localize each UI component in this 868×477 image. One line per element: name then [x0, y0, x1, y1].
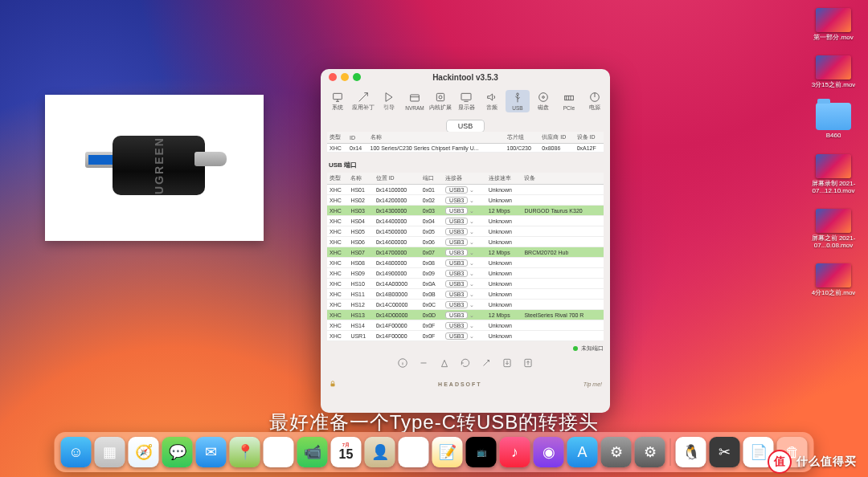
table-row[interactable]: XHCHS050x145000000x05USB3⌄Unknown	[327, 226, 604, 237]
remove-icon[interactable]	[418, 357, 429, 372]
table-cell: 0x14C00000	[374, 300, 420, 310]
col-header[interactable]: 连接速率	[486, 173, 522, 185]
table-cell: 0x04	[420, 216, 443, 226]
toolbar-power[interactable]: 电源	[583, 89, 607, 113]
usb-segment[interactable]: USB	[446, 120, 485, 132]
table-row[interactable]: XHCUSR10x14F000000x0FUSB3⌄Unknown	[327, 331, 604, 341]
footer-tip[interactable]: Tip me!	[583, 381, 602, 387]
table-cell: HS07	[348, 247, 373, 258]
table-cell: 0x14A00000	[374, 279, 420, 289]
dock-contacts[interactable]: 👤	[365, 437, 395, 467]
table-row[interactable]: XHCHS040x144000000x04USB3⌄Unknown	[327, 216, 604, 226]
desktop-icon-label: 第一部分.mov	[813, 34, 853, 41]
toolbar-system[interactable]: 系统	[326, 89, 350, 113]
toolbar-kext[interactable]: 内核扩展	[428, 89, 452, 113]
dock-appstore[interactable]: A	[567, 437, 598, 467]
clean-icon[interactable]	[439, 357, 450, 372]
window-titlebar[interactable]: Hackintool v3.5.3	[321, 69, 610, 85]
desktop-icon[interactable]: B460	[809, 103, 858, 139]
table-row[interactable]: XHCHS140x14F000000x0FUSB3⌄Unknown	[327, 320, 604, 331]
toolbar-label: NVRAM	[405, 105, 424, 111]
table-row[interactable]: XHCHS060x146000000x06USB3⌄Unknown	[327, 237, 604, 247]
toolbar-patch[interactable]: 应用补丁	[351, 89, 375, 113]
table-cell: Unknown	[486, 331, 522, 341]
ports-section-label: USB 端口	[329, 161, 604, 169]
dock-photos[interactable]: ✿	[264, 437, 294, 467]
export-icon[interactable]	[522, 357, 534, 372]
watermark-text: 什么值得买	[796, 455, 857, 469]
col-header[interactable]: 芯片组	[505, 132, 540, 144]
dock-preferences[interactable]: ⚙	[601, 437, 632, 467]
col-header[interactable]: 设备 ID	[575, 132, 604, 144]
dock-finder[interactable]: ☺	[61, 437, 92, 467]
col-header[interactable]: 连接器	[443, 173, 486, 185]
table-row[interactable]: XHCHS030x143000000x03USB3⌄12 MbpsDURGOD …	[327, 206, 604, 216]
col-header[interactable]: 名称	[348, 173, 373, 185]
table-cell: Unknown	[486, 195, 522, 206]
dock-facetime[interactable]: 📹	[297, 437, 328, 467]
toolbar-display[interactable]: 显示器	[454, 89, 478, 113]
port-table[interactable]: 类型名称位置 ID端口连接器连接速率设备XHCHS010x141000000x0…	[327, 173, 604, 341]
dock-tv[interactable]: 📺	[466, 437, 497, 467]
table-row[interactable]: XHCHS090x149000000x09USB3⌄Unknown	[327, 268, 604, 279]
col-header[interactable]: ID	[347, 132, 368, 144]
col-header[interactable]: 位置 ID	[374, 173, 420, 185]
table-row[interactable]: XHCHS010x141000000x01USB3⌄Unknown	[327, 185, 604, 195]
controller-table[interactable]: 类型ID名称芯片组供应商 ID设备 IDXHC0x14100 Series/C2…	[327, 132, 604, 153]
table-row[interactable]: XHCHS120x14C000000x0CUSB3⌄Unknown	[327, 300, 604, 310]
table-row[interactable]: XHCHS080x148000000x08USB3⌄Unknown	[327, 258, 604, 268]
col-header[interactable]: 供应商 ID	[539, 132, 574, 144]
import-icon[interactable]	[502, 357, 513, 372]
desktop-icon[interactable]: 4分10之前.mov	[809, 263, 858, 296]
dock-screenshot[interactable]: ✂	[710, 437, 740, 467]
dock-separator	[670, 438, 671, 466]
dock-mail[interactable]: ✉	[196, 437, 227, 467]
toolbar-nvram[interactable]: NVRAM	[403, 90, 427, 112]
table-row[interactable]: XHCHS070x147000000x07USB3⌄12 MbpsBRCM207…	[327, 247, 604, 258]
table-cell	[522, 226, 604, 237]
dock-launchpad[interactable]: ▦	[95, 437, 125, 467]
col-header[interactable]: 设备	[522, 173, 604, 185]
desktop-icon[interactable]: 第一部分.mov	[809, 8, 858, 41]
dock-podcasts[interactable]: ◉	[534, 437, 564, 467]
toolbar-disk[interactable]: 磁盘	[531, 89, 555, 113]
col-header[interactable]: 名称	[368, 132, 505, 144]
col-header[interactable]: 端口	[420, 173, 443, 185]
table-cell: USB3⌄	[443, 320, 486, 331]
desktop-icon[interactable]: 屏幕之前 2021-07...0.08.mov	[809, 209, 858, 249]
refresh-icon[interactable]	[460, 357, 471, 372]
file-thumb-icon	[816, 8, 851, 32]
dock-maps[interactable]: 📍	[230, 437, 260, 467]
dock-music[interactable]: ♪	[500, 437, 530, 467]
table-cell: HS10	[348, 279, 373, 289]
table-row[interactable]: XHCHS110x14B000000x0BUSB3⌄Unknown	[327, 289, 604, 300]
dock-safari[interactable]: 🧭	[129, 437, 159, 467]
desktop-icon[interactable]: 屏幕录制 2021-07...12.10.mov	[809, 154, 858, 194]
desktop-icon[interactable]: 3分15之前.mov	[809, 55, 858, 88]
toolbar-pcie[interactable]: PCIe	[557, 90, 581, 112]
dock-hackintool[interactable]: ⚙	[635, 437, 665, 467]
dock-notes[interactable]: 📝	[432, 437, 463, 467]
inject-icon[interactable]	[481, 357, 492, 372]
table-row[interactable]: XHCHS100x14A000000x0AUSB3⌄Unknown	[327, 279, 604, 289]
table-row[interactable]: XHC0x14100 Series/C230 Series Chipset Fa…	[327, 144, 604, 153]
info-icon[interactable]	[397, 357, 408, 372]
col-header[interactable]: 类型	[327, 173, 348, 185]
toolbar-audio[interactable]: 音频	[480, 89, 504, 113]
table-row[interactable]: XHCHS130x14D000000x0DUSB3⌄12 MbpsSteelSe…	[327, 310, 604, 320]
toolbar-label: PCIe	[563, 105, 575, 111]
col-header[interactable]: 类型	[327, 132, 347, 144]
table-row[interactable]: XHCHS020x142000000x02USB3⌄Unknown	[327, 195, 604, 206]
toolbar-boot[interactable]: 引导	[377, 89, 401, 113]
table-cell: XHC	[327, 310, 348, 320]
toolbar-usb[interactable]: USB	[506, 90, 530, 112]
dock-reminders[interactable]: ☰	[399, 437, 429, 467]
table-cell: USB3⌄	[443, 185, 486, 195]
dock-messages[interactable]: 💬	[162, 437, 193, 467]
table-cell: SteelSeries Rival 700 R	[522, 310, 604, 320]
lock-icon[interactable]	[329, 380, 337, 389]
dock-calendar[interactable]: 7月15	[331, 437, 362, 467]
svg-rect-7	[461, 93, 471, 100]
dock-qq[interactable]: 🐧	[676, 437, 706, 467]
toolbar-refresh[interactable]	[608, 93, 610, 109]
